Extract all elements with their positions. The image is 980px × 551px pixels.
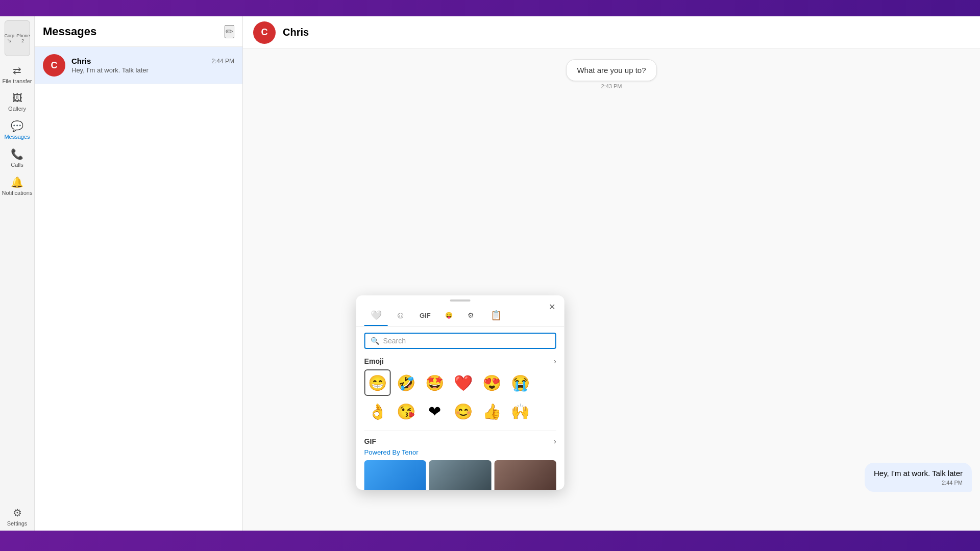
chat-header: C Chris <box>243 16 980 49</box>
sidebar-item-notifications[interactable]: 🔔 Notifications <box>0 172 34 200</box>
sidebar-item-settings[interactable]: ⚙ Settings <box>0 503 34 531</box>
received-time: 2:44 PM <box>874 480 963 486</box>
tab-favorites[interactable]: 🤍 <box>364 306 388 326</box>
tab-symbols[interactable]: ⚙ <box>461 307 482 325</box>
notifications-icon: 🔔 <box>11 176 23 188</box>
sidebar-item-label: Calls <box>11 162 23 168</box>
svg-text:⚙: ⚙ <box>468 311 474 319</box>
message-received: Hey, I'm at work. Talk later 2:44 PM <box>865 463 972 492</box>
chat-avatar-letter: C <box>261 27 268 38</box>
emoji-heart[interactable]: ❤️ <box>450 369 477 396</box>
gallery-icon: 🖼 <box>12 92 22 104</box>
emoji-raised-hands[interactable]: 🙌 <box>507 398 534 424</box>
bubble-received: Hey, I'm at work. Talk later 2:44 PM <box>865 463 972 492</box>
conversation-item-chris[interactable]: C Chris 2:44 PM Hey, I'm at work. Talk l… <box>35 47 242 84</box>
gif-section: GIF › Powered By Tenor <box>356 433 565 490</box>
calls-icon: 📞 <box>11 148 23 160</box>
search-input[interactable] <box>383 337 550 345</box>
sidebar-item-label: Settings <box>7 520 28 527</box>
gif-thumb-3[interactable] <box>494 460 556 490</box>
compose-button[interactable]: ✏ <box>225 25 234 38</box>
emoji-grid: 😁 🤣 🤩 ❤️ 😍 😭 👌 😘 ❤ 😊 👍 🙌 <box>364 369 556 424</box>
tab-emoji[interactable]: ☺ <box>390 306 411 326</box>
top-bar <box>0 0 980 16</box>
emoji-star-struck[interactable]: 🤩 <box>422 369 448 396</box>
emoji-thumbsup[interactable]: 👍 <box>479 398 505 424</box>
device-selector[interactable]: Corp 's iPhone 2 <box>5 20 30 56</box>
sidebar-item-messages[interactable]: 💬 Messages <box>0 116 34 144</box>
emoji-small-heart[interactable]: ❤ <box>422 398 448 424</box>
search-icon: 🔍 <box>371 337 379 345</box>
avatar-chris: C <box>43 54 65 77</box>
emoji-crying[interactable]: 😭 <box>507 369 534 396</box>
bottom-bar <box>0 531 980 551</box>
chat-header-name: Chris <box>283 27 309 38</box>
emoji-heart-eyes[interactable]: 😍 <box>479 369 505 396</box>
conversation-info: Chris 2:44 PM Hey, I'm at work. Talk lat… <box>71 57 234 74</box>
search-input-wrap: 🔍 <box>364 333 556 349</box>
gif-section-title: GIF <box>364 437 376 445</box>
emoji-section-arrow[interactable]: › <box>554 357 556 365</box>
tab-gif[interactable]: GIF <box>413 308 437 324</box>
picker-scroll[interactable]: 🔍 Emoji › 😁 🤣 🤩 ❤️ 😍 😭 👌 😘 ❤ 😊 👍 <box>356 327 565 490</box>
gif-section-arrow[interactable]: › <box>554 437 556 445</box>
conversation-preview: Hey, I'm at work. Talk later <box>71 66 234 74</box>
emoji-rofl[interactable]: 🤣 <box>393 369 420 396</box>
message-time: 2:43 PM <box>601 83 622 89</box>
settings-icon: ⚙ <box>13 507 22 519</box>
file-transfer-icon: ⇄ <box>13 64 21 77</box>
emoji-beaming[interactable]: 😁 <box>364 369 391 396</box>
emoji-ok-hand[interactable]: 👌 <box>364 398 391 424</box>
drag-bar <box>450 299 471 302</box>
messages-icon: 💬 <box>11 120 23 132</box>
gif-grid <box>364 460 556 490</box>
message-text: What are you up to? <box>566 59 656 81</box>
emoji-section: Emoji › 😁 🤣 🤩 ❤️ 😍 😭 👌 😘 ❤ 😊 👍 🙌 <box>356 353 565 429</box>
drag-handle <box>356 295 565 304</box>
conversation-time: 2:44 PM <box>211 58 234 65</box>
emoji-section-title: Emoji <box>364 357 384 365</box>
message-sent: What are you up to? 2:43 PM <box>509 59 714 89</box>
tab-clipboard[interactable]: 📋 <box>484 306 508 326</box>
picker-divider <box>364 431 556 431</box>
emoji-picker: ✕ 🤍 ☺ GIF 😛 ⚙ 📋 🔍 Emoji › 😁 🤣 <box>356 295 565 490</box>
sidebar: Corp 's iPhone 2 ⇄ File transfer 🖼 Galle… <box>0 16 35 531</box>
sidebar-item-calls[interactable]: 📞 Calls <box>0 144 34 172</box>
gif-thumb-2[interactable] <box>429 460 491 490</box>
messages-title: Messages <box>43 25 96 38</box>
device-label: Corp 's <box>4 33 14 43</box>
chat-area: C Chris What are you up to? 2:43 PM Hey,… <box>243 16 980 531</box>
tab-kaomoji[interactable]: 😛 <box>439 308 459 324</box>
message-received-wrap: Hey, I'm at work. Talk later 2:44 PM <box>865 463 972 500</box>
conversation-name-row: Chris 2:44 PM <box>71 57 234 65</box>
conversation-name: Chris <box>71 57 91 65</box>
chat-messages: What are you up to? 2:43 PM <box>243 49 980 531</box>
emoji-kiss[interactable]: 😘 <box>393 398 420 424</box>
close-button[interactable]: ✕ <box>546 300 558 313</box>
received-text: Hey, I'm at work. Talk later <box>874 469 963 478</box>
sidebar-item-label: Notifications <box>2 190 33 196</box>
picker-tabs: 🤍 ☺ GIF 😛 ⚙ 📋 <box>356 304 565 327</box>
messages-header: Messages ✏ <box>35 16 242 47</box>
device-label-2: iPhone 2 <box>16 33 30 43</box>
sidebar-item-file-transfer[interactable]: ⇄ File transfer <box>0 60 34 88</box>
sidebar-item-gallery[interactable]: 🖼 Gallery <box>0 88 34 116</box>
picker-search: 🔍 <box>356 327 565 353</box>
avatar-letter: C <box>51 60 58 71</box>
emoji-section-header: Emoji › <box>364 357 556 365</box>
chat-header-avatar: C <box>253 21 276 44</box>
tenor-credit[interactable]: Powered By Tenor <box>364 448 556 456</box>
sidebar-item-label: Messages <box>4 134 30 140</box>
gif-section-header: GIF › <box>364 437 556 445</box>
messages-panel: Messages ✏ C Chris 2:44 PM Hey, I'm at w… <box>35 16 243 531</box>
sidebar-item-label: Gallery <box>8 106 26 112</box>
emoji-grinning[interactable]: 😊 <box>450 398 477 424</box>
sidebar-item-label: File transfer <box>2 78 32 84</box>
gif-thumb-1[interactable] <box>364 460 426 490</box>
